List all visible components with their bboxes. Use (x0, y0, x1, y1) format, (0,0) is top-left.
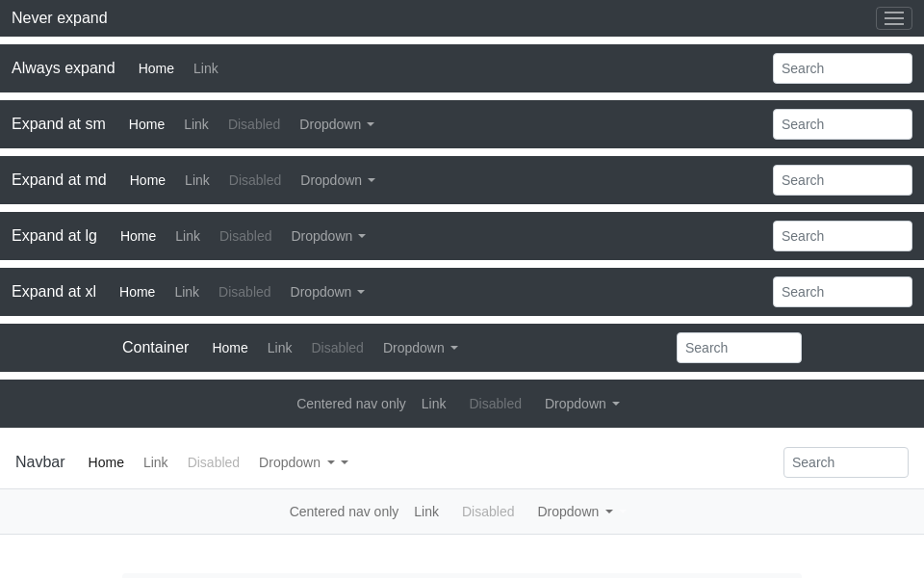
expand-md-nav: Home Link Disabled Dropdown (122, 169, 773, 192)
expand-md-home[interactable]: Home (122, 169, 173, 192)
expand-sm-dropdown: Dropdown (292, 113, 382, 136)
navbar-toggler[interactable] (876, 7, 912, 30)
never-expand-brand: Never expand (12, 10, 108, 27)
white-navbar-search[interactable] (783, 447, 909, 478)
content-box: Navbar examples This example is a quick … (122, 573, 802, 578)
expand-lg-dropdown-btn[interactable]: Dropdown (283, 224, 373, 248)
expand-md-brand: Expand at md (12, 171, 107, 189)
navbar-always-expand: Always expand Home Link (0, 44, 924, 92)
centered-dark-disabled: Disabled (462, 392, 529, 415)
centered-dark-dropdown-btn[interactable]: Dropdown (537, 392, 628, 415)
white-navbar-link[interactable]: Link (136, 451, 176, 474)
expand-sm-dropdown-btn[interactable]: Dropdown (292, 113, 382, 136)
white-navbar-disabled: Disabled (180, 451, 247, 474)
expand-lg-home[interactable]: Home (113, 224, 164, 248)
expand-xl-link[interactable]: Link (167, 280, 207, 303)
container-brand: Container (122, 339, 189, 356)
container-home[interactable]: Home (204, 336, 255, 359)
container-dropdown-btn[interactable]: Dropdown (375, 336, 466, 359)
expand-lg-nav: Home Link Disabled Dropdown (113, 224, 773, 248)
expand-xl-home[interactable]: Home (112, 280, 163, 303)
white-navbar-brand: Navbar (15, 454, 65, 471)
centered-light-dropdown-btn[interactable]: Dropdown (529, 500, 634, 523)
expand-xl-nav: Home Link Disabled Dropdown (112, 280, 773, 303)
centered-dark-wrapper: Centered nav only Link Disabled Dropdown (0, 380, 924, 428)
expand-lg-dropdown: Dropdown (283, 224, 373, 248)
spacer-1 (0, 37, 924, 44)
toggler-bar-1 (885, 12, 904, 13)
spacer-8 (0, 428, 924, 435)
expand-lg-link[interactable]: Link (167, 224, 208, 248)
spacer-6 (0, 316, 924, 324)
expand-xl-search[interactable] (773, 276, 912, 307)
navbar-never-expand: Never expand (0, 0, 924, 37)
expand-sm-brand: Expand at sm (12, 116, 106, 133)
navbar-expand-lg: Expand at lg Home Link Disabled Dropdown (0, 212, 924, 260)
always-expand-link[interactable]: Link (186, 57, 226, 80)
spacer-5 (0, 260, 924, 268)
spacer-7 (0, 372, 924, 380)
expand-sm-link[interactable]: Link (176, 113, 217, 136)
expand-xl-dropdown: Dropdown (283, 280, 373, 303)
toggler-bar-2 (885, 17, 904, 19)
expand-md-dropdown-btn[interactable]: Dropdown (293, 169, 383, 192)
navbar-expand-sm: Expand at sm Home Link Disabled Dropdown (0, 100, 924, 148)
expand-sm-home[interactable]: Home (121, 113, 172, 136)
expand-md-dropdown: Dropdown (293, 169, 383, 192)
expand-md-search[interactable] (773, 165, 912, 196)
always-expand-nav: Home Link (131, 57, 773, 80)
expand-xl-dropdown-btn[interactable]: Dropdown (283, 280, 373, 303)
expand-xl-disabled: Disabled (211, 280, 278, 303)
navbar-expand-md: Expand at md Home Link Disabled Dropdown (0, 156, 924, 204)
centered-light-dropdown: Dropdown (529, 500, 634, 523)
navbar-white: Navbar Home Link Disabled Dropdown (0, 435, 924, 489)
expand-md-disabled: Disabled (221, 169, 289, 192)
centered-light-link[interactable]: Link (406, 500, 447, 523)
expand-lg-disabled: Disabled (212, 224, 279, 248)
expand-lg-search[interactable] (773, 221, 912, 251)
centered-light-label: Centered nav only (290, 504, 399, 519)
always-expand-brand: Always expand (12, 60, 116, 77)
centered-light-disabled: Disabled (454, 500, 522, 523)
spacer-4 (0, 204, 924, 212)
always-expand-search[interactable] (773, 53, 912, 84)
white-navbar-dropdown: Dropdown (251, 451, 356, 474)
container-search[interactable] (677, 332, 802, 363)
white-navbar-home[interactable]: Home (81, 451, 132, 474)
container-link[interactable]: Link (260, 336, 300, 359)
always-expand-home[interactable]: Home (131, 57, 182, 80)
centered-dark-label: Centered nav only (296, 396, 406, 411)
centered-dark-link[interactable]: Link (414, 392, 454, 415)
white-navbar-nav: Home Link Disabled Dropdown (81, 451, 783, 474)
expand-sm-nav: Home Link Disabled Dropdown (121, 113, 773, 136)
centered-dark-dropdown: Dropdown (537, 392, 628, 415)
container-disabled: Disabled (303, 336, 371, 359)
navbar-expand-xl: Expand at xl Home Link Disabled Dropdown (0, 268, 924, 316)
centered-light-wrapper: Centered nav only Link Disabled Dropdown (0, 489, 924, 535)
container-navbar-wrapper: Container Home Link Disabled Dropdown (0, 324, 924, 372)
container-dropdown: Dropdown (375, 336, 466, 359)
expand-lg-brand: Expand at lg (12, 227, 97, 245)
expand-sm-search[interactable] (773, 109, 912, 140)
expand-sm-disabled: Disabled (220, 113, 288, 136)
toggler-bar-3 (885, 23, 904, 25)
spacer-3 (0, 148, 924, 156)
spacer-2 (0, 92, 924, 100)
container-nav: Home Link Disabled Dropdown (204, 336, 677, 359)
main-content: Navbar examples This example is a quick … (0, 535, 924, 578)
expand-md-link[interactable]: Link (177, 169, 218, 192)
expand-xl-brand: Expand at xl (12, 283, 96, 301)
white-navbar-dropdown-btn[interactable]: Dropdown (251, 451, 356, 474)
